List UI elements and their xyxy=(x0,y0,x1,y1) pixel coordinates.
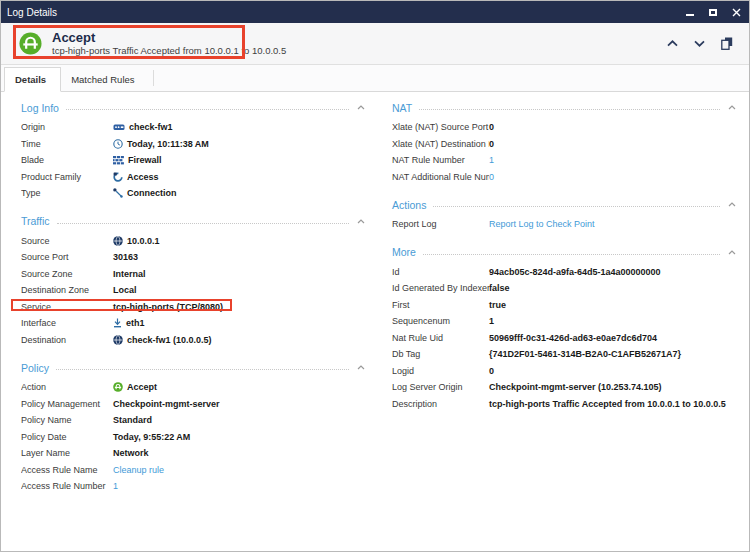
field-row-id-generated-by-indexer: Id Generated By Indexer false xyxy=(392,280,737,297)
field-row-source-zone: Source Zone Internal xyxy=(21,266,366,283)
tab-bar: Details Matched Rules xyxy=(1,65,749,92)
header-description: tcp-high-ports Traffic Accepted from 10.… xyxy=(52,45,286,57)
field-label: Id Generated By Indexer xyxy=(392,283,489,293)
field-label: Type xyxy=(21,188,113,198)
field-row-access-rule-name: Access Rule Name Cleanup rule xyxy=(21,462,366,479)
close-icon[interactable] xyxy=(731,7,741,17)
section-header: Policy xyxy=(21,361,366,374)
field-value-text: true xyxy=(489,300,506,310)
field-label: Policy Date xyxy=(21,432,113,442)
tab-separator xyxy=(153,70,154,86)
field-row-layer-name: Layer Name Network xyxy=(21,445,366,462)
field-label: Report Log xyxy=(392,219,489,229)
field-value: Connection xyxy=(113,188,177,198)
field-label: NAT Rule Number xyxy=(392,155,489,165)
field-label: Description xyxy=(392,399,489,409)
section-title: NAT xyxy=(392,102,412,114)
field-row-action: Action Accept xyxy=(21,379,366,396)
field-label: Source Zone xyxy=(21,269,113,279)
collapse-chevron-icon[interactable] xyxy=(356,218,366,225)
field-label: Xlate (NAT) Destination Po.. xyxy=(392,139,489,149)
field-row-logid: Logid 0 xyxy=(392,363,737,380)
collapse-chevron-icon[interactable] xyxy=(356,104,366,111)
field-row-nat-rule-uid: Nat Rule Uid 50969fff-0c31-426d-ad63-e0a… xyxy=(392,330,737,347)
field-value-text: Today, 10:11:38 AM xyxy=(127,139,209,149)
field-label: Source Port xyxy=(21,252,113,262)
field-row-service: Service tcp-high-ports (TCP/8080) xyxy=(21,299,366,316)
field-value: eth1 xyxy=(113,318,145,328)
field-row-time: Time Today, 10:11:38 AM xyxy=(21,136,366,153)
firewall-appliance-icon xyxy=(113,123,125,132)
nat-additional-rule-number-link[interactable]: 0 xyxy=(489,172,494,182)
field-row-source-port: Source Port 30163 xyxy=(21,249,366,266)
collapse-chevron-icon[interactable] xyxy=(356,364,366,371)
field-label: Origin xyxy=(21,122,113,132)
field-row-xlate-source-port: Xlate (NAT) Source Port 0 xyxy=(392,119,737,136)
field-label: Source xyxy=(21,236,113,246)
section-header: NAT xyxy=(392,101,737,114)
field-row-policy-name: Policy Name Standard xyxy=(21,412,366,429)
report-log-link[interactable]: Report Log to Check Point xyxy=(489,219,595,229)
field-value-text: 50969fff-0c31-426d-ad63-e0ae7dc6d704 xyxy=(489,333,657,343)
field-value-text: 0 xyxy=(489,122,494,132)
field-value-text: 94acb05c-824d-a9fa-64d5-1a4a00000000 xyxy=(489,267,661,277)
tab-matched-rules[interactable]: Matched Rules xyxy=(61,68,148,91)
field-row-report-log: Report Log Report Log to Check Point xyxy=(392,216,737,233)
collapse-chevron-icon[interactable] xyxy=(727,249,737,256)
field-row-product-family: Product Family Access xyxy=(21,169,366,186)
field-value-text: false xyxy=(489,283,510,293)
interface-arrow-icon xyxy=(113,318,122,328)
section-dotted-line xyxy=(57,223,349,224)
details-content: Log Info Origin check-fw1 Time xyxy=(1,92,749,508)
field-label: Blade xyxy=(21,155,113,165)
field-value-text: Local xyxy=(113,285,137,295)
field-value-text: tcp-high-ports (TCP/8080) xyxy=(113,302,223,312)
field-value-text: Today, 9:55:22 AM xyxy=(113,432,190,442)
collapse-chevron-icon[interactable] xyxy=(727,201,737,208)
field-row-sequencenum: Sequencenum 1 xyxy=(392,313,737,330)
field-row-db-tag: Db Tag {741D2F01-5461-314B-B2A0-C1AFB526… xyxy=(392,346,737,363)
field-label: Policy Management xyxy=(21,399,113,409)
field-label: Interface xyxy=(21,318,113,328)
field-label: Service xyxy=(21,302,113,312)
access-rule-number-link[interactable]: 1 xyxy=(113,481,118,491)
minimize-icon[interactable] xyxy=(685,7,695,17)
header-nav xyxy=(667,37,733,50)
field-value: Today, 10:11:38 AM xyxy=(113,139,209,149)
field-value-text: Connection xyxy=(127,188,177,198)
window-title: Log Details xyxy=(7,7,57,18)
field-value-text: 1 xyxy=(489,316,494,326)
field-value-text: Accept xyxy=(127,382,157,392)
field-value-text: Checkpoint-mgmt-server xyxy=(113,399,220,409)
collapse-chevron-icon[interactable] xyxy=(727,104,737,111)
connection-icon xyxy=(113,188,123,198)
section-actions: Actions Report Log Report Log to Check P… xyxy=(392,198,737,233)
window-titlebar: Log Details xyxy=(1,1,749,23)
field-label: NAT Additional Rule Num... xyxy=(392,172,489,182)
firewall-blade-icon xyxy=(113,156,124,165)
previous-log-icon[interactable] xyxy=(667,40,678,47)
field-row-nat-additional-rule-number: NAT Additional Rule Num... 0 xyxy=(392,169,737,186)
tab-details[interactable]: Details xyxy=(4,67,61,92)
field-label: Db Tag xyxy=(392,349,489,359)
accept-action-icon xyxy=(19,32,42,55)
nat-rule-number-link[interactable]: 1 xyxy=(489,155,494,165)
field-value-text: 0 xyxy=(489,366,494,376)
copy-icon[interactable] xyxy=(721,37,733,50)
section-dotted-line xyxy=(419,109,720,110)
field-row-type: Type Connection xyxy=(21,185,366,202)
section-dotted-line xyxy=(433,206,720,207)
access-rule-name-link[interactable]: Cleanup rule xyxy=(113,465,164,475)
left-column: Log Info Origin check-fw1 Time xyxy=(21,101,366,508)
field-label: Layer Name xyxy=(21,448,113,458)
field-label: Time xyxy=(21,139,113,149)
header-titles: Accept tcp-high-ports Traffic Accepted f… xyxy=(52,30,286,57)
access-icon xyxy=(113,172,123,182)
section-log-info: Log Info Origin check-fw1 Time xyxy=(21,101,366,202)
field-label: Logid xyxy=(392,366,489,376)
header-action-title: Accept xyxy=(52,30,286,45)
maximize-icon[interactable] xyxy=(708,7,718,17)
field-value-text: check-fw1 (10.0.0.5) xyxy=(127,335,212,345)
globe-icon xyxy=(113,236,123,246)
next-log-icon[interactable] xyxy=(694,40,705,47)
